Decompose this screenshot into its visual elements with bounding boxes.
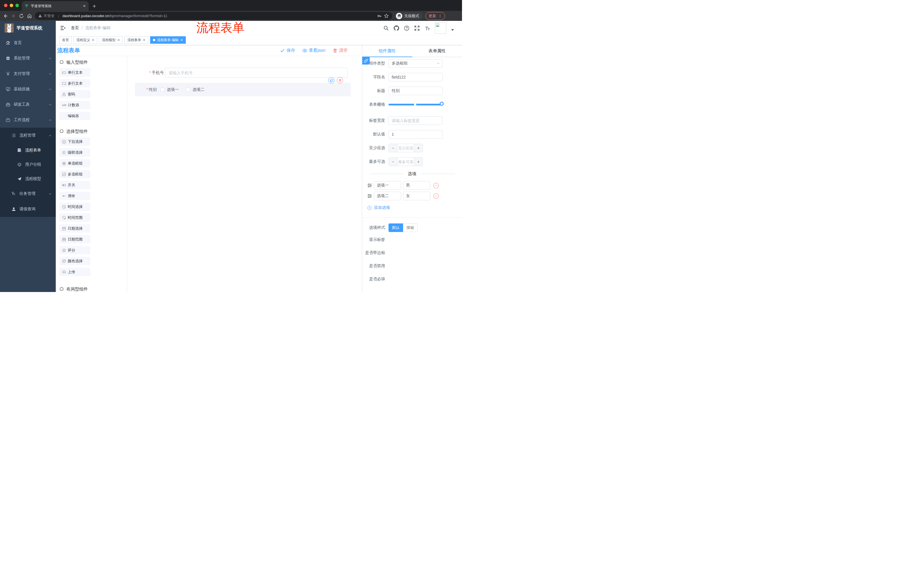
style-default-button[interactable]: 默认: [389, 224, 403, 232]
default-value-input[interactable]: [389, 130, 442, 138]
palette-item-date-range[interactable]: 日期范围: [59, 235, 90, 243]
home-icon[interactable]: [27, 13, 32, 18]
increase-button[interactable]: +: [414, 144, 422, 152]
user-avatar[interactable]: [435, 22, 446, 34]
tab-form-props[interactable]: 表单属性: [412, 45, 462, 57]
option-label-input[interactable]: [374, 192, 401, 200]
palette-item-time-range[interactable]: 时间范围: [59, 214, 90, 222]
palette-item-checkbox-group[interactable]: 多选框组: [59, 170, 90, 178]
palette-item-single-text[interactable]: 单行文本: [59, 68, 90, 77]
collapse-sidebar-icon[interactable]: [60, 25, 66, 31]
window-controls[interactable]: [4, 4, 19, 7]
label-width-input[interactable]: [389, 116, 442, 125]
tag-close-icon[interactable]: ✕: [143, 38, 145, 42]
slider-handle[interactable]: [440, 102, 444, 106]
close-window-button[interactable]: [4, 4, 7, 7]
delete-field-button[interactable]: [337, 77, 343, 84]
sidebar-item-leave-query[interactable]: 请假查询: [0, 201, 56, 217]
palette-item-radio-group[interactable]: 单选框组: [59, 159, 90, 168]
style-button-button[interactable]: 按钮: [403, 224, 418, 232]
back-icon[interactable]: [3, 13, 8, 18]
palette-item-cascader[interactable]: 级联选择: [59, 148, 90, 156]
sidebar-item-system[interactable]: 系统管理: [0, 51, 56, 66]
drag-handle-icon[interactable]: [367, 194, 372, 198]
option-label-input[interactable]: [374, 181, 401, 190]
palette-item-counter[interactable]: 123计数器: [59, 101, 90, 109]
breadcrumb-home[interactable]: 首页: [71, 25, 79, 31]
security-warning[interactable]: 不安全: [38, 13, 54, 18]
sidebar-item-process-mgmt[interactable]: 流程管理: [0, 128, 56, 143]
palette-item-select[interactable]: 下拉选择: [59, 137, 90, 146]
palette-item-password[interactable]: 密码: [59, 90, 90, 98]
grid-slider[interactable]: [389, 100, 442, 109]
field-link-handle[interactable]: [362, 57, 370, 64]
view-json-button[interactable]: 查看json: [302, 48, 325, 53]
tag-close-icon[interactable]: ✕: [117, 38, 120, 42]
tag-close-icon[interactable]: ✕: [180, 38, 183, 42]
new-tab-button[interactable]: +: [92, 3, 96, 9]
tag-process-form[interactable]: 流程表单✕: [124, 36, 148, 44]
minimize-window-button[interactable]: [10, 4, 13, 7]
reload-icon[interactable]: [19, 13, 24, 18]
palette-item-rate[interactable]: 评分: [59, 246, 90, 254]
palette-item-color-picker[interactable]: 颜色选择: [59, 257, 90, 265]
browser-menu-icon[interactable]: ⋮: [438, 14, 442, 18]
remove-option-button[interactable]: −: [433, 193, 439, 199]
option-value-input[interactable]: [403, 181, 430, 190]
tab-component-props[interactable]: 组件属性: [362, 45, 412, 57]
address-bar[interactable]: 不安全 | dashboard.yudao.iocoder.cn/bpm/man…: [35, 12, 392, 20]
sidebar-item-devtools[interactable]: 研发工具: [0, 97, 56, 112]
sidebar-item-payment[interactable]: 支付管理: [0, 66, 56, 81]
canvas-field-phone[interactable]: *手机号: [146, 68, 348, 78]
component-type-select[interactable]: [389, 59, 442, 68]
maximize-window-button[interactable]: [15, 4, 19, 7]
clear-button[interactable]: 清空: [333, 48, 348, 53]
palette-item-date-picker[interactable]: 日期选择: [59, 224, 90, 233]
field-name-input[interactable]: [389, 73, 442, 81]
min-select-input[interactable]: [397, 144, 414, 152]
tag-home[interactable]: 首页: [59, 36, 72, 44]
tag-process-form-edit[interactable]: 流程表单-编辑✕: [150, 36, 186, 44]
title-input[interactable]: [389, 87, 442, 95]
tab-close-icon[interactable]: ✕: [83, 4, 86, 8]
sidebar-item-process-form[interactable]: 流程表单: [0, 143, 56, 158]
phone-input[interactable]: [165, 68, 348, 78]
update-button[interactable]: 更新 ⋮: [426, 12, 445, 20]
tag-process-model[interactable]: 流程模型✕: [99, 36, 123, 44]
sidebar-item-task-mgmt[interactable]: 任务管理: [0, 186, 56, 201]
checkbox-icon[interactable]: [160, 88, 164, 92]
slider-track[interactable]: [389, 104, 442, 105]
browser-tab[interactable]: 芋道管理系统 ✕: [22, 1, 89, 11]
password-key-icon[interactable]: [377, 14, 382, 18]
sidebar-item-infra[interactable]: 基础设施: [0, 81, 56, 97]
github-icon[interactable]: [394, 25, 399, 31]
sidebar-item-home[interactable]: 首页: [0, 35, 56, 51]
fullscreen-icon[interactable]: [414, 25, 420, 31]
bookmark-star-icon[interactable]: [384, 13, 389, 18]
form-canvas[interactable]: *手机号 *性别: [127, 56, 362, 292]
gender-option-1[interactable]: 选项一: [160, 87, 179, 92]
sidebar-item-workflow[interactable]: 工作流程: [0, 112, 56, 128]
tag-close-icon[interactable]: ✕: [92, 38, 94, 42]
palette-item-editor[interactable]: 编辑器: [59, 112, 90, 120]
canvas-field-gender-selected[interactable]: *性别 选项一 选项二: [135, 83, 351, 96]
drag-handle-icon[interactable]: [367, 183, 372, 188]
gender-option-2[interactable]: 选项二: [186, 87, 205, 92]
search-icon[interactable]: [383, 25, 389, 31]
help-icon[interactable]: [404, 25, 409, 31]
checkbox-icon[interactable]: [186, 88, 190, 92]
avatar-caret-icon[interactable]: [451, 29, 454, 31]
palette-item-time-picker[interactable]: 时间选择: [59, 202, 90, 211]
sidebar-item-user-group[interactable]: 用户分组: [0, 158, 56, 172]
forward-icon[interactable]: [11, 13, 16, 18]
remove-option-button[interactable]: −: [433, 183, 439, 188]
add-option-button[interactable]: + 添加选项: [367, 204, 462, 211]
font-size-icon[interactable]: [424, 25, 430, 31]
decrease-button[interactable]: −: [389, 158, 397, 166]
palette-item-multi-text[interactable]: 多行文本: [59, 79, 90, 87]
palette-item-slider[interactable]: 滑块: [59, 192, 90, 200]
increase-button[interactable]: +: [414, 158, 422, 166]
duplicate-field-button[interactable]: [328, 77, 335, 84]
palette-item-switch[interactable]: 开关: [59, 181, 90, 189]
tag-process-definition[interactable]: 流程定义✕: [73, 36, 97, 44]
